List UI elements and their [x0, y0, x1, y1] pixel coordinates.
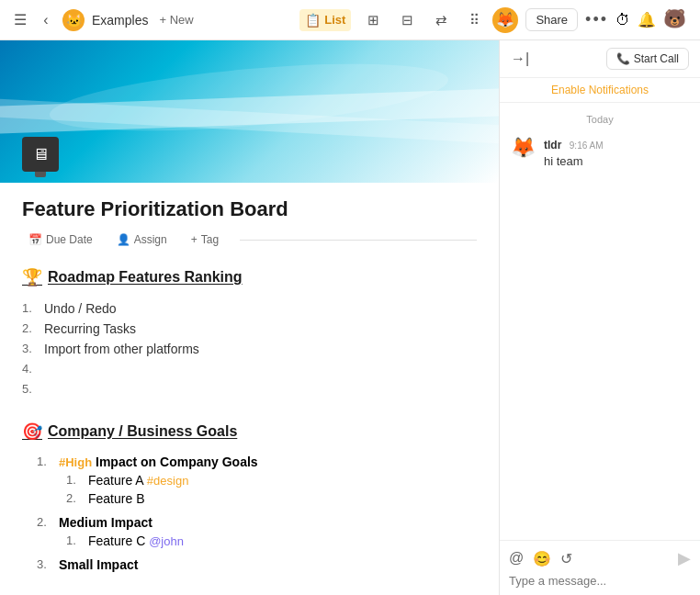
list-view-button[interactable]: 📋 List: [299, 9, 351, 31]
calendar-icon: 📅: [28, 233, 42, 246]
app-avatar: 🐱: [62, 9, 85, 31]
chat-body: Today 🦊 tldr 9:16 AM hi team: [500, 103, 700, 540]
business-goals-section: 🎯 Company / Business Goals 1. #High Impa…: [22, 421, 477, 574]
hierarchy-view-button[interactable]: ⠿: [464, 8, 485, 32]
user-avatar-1[interactable]: 🦊: [492, 7, 518, 33]
high-impact-item: 1. #High Impact on Company Goals: [22, 453, 477, 471]
share-view-button[interactable]: ⇄: [430, 8, 453, 32]
trophy-icon: 🏆: [22, 267, 42, 287]
business-goals-title: 🎯 Company / Business Goals: [22, 421, 477, 442]
plus-icon: +: [191, 233, 198, 246]
hamburger-menu-icon[interactable]: ☰: [11, 11, 29, 29]
breadcrumb-text: Examples: [92, 13, 148, 28]
phone-icon: 📞: [616, 52, 630, 65]
chat-footer: @ 😊 ↺ ▶: [500, 540, 700, 595]
new-button[interactable]: + New: [159, 13, 193, 27]
list-icon: 📋: [305, 13, 321, 28]
chat-message-content: tldr 9:16 AM hi team: [544, 136, 689, 168]
list-item: 1. Feature C @john: [51, 532, 477, 550]
high-impact-section: 1. #High Impact on Company Goals 1. Feat…: [22, 453, 477, 508]
at-mention-icon[interactable]: @: [509, 550, 524, 567]
send-icon[interactable]: ▶: [678, 548, 691, 568]
meta-divider: [240, 240, 477, 241]
bell-icon[interactable]: 🔔: [638, 11, 656, 28]
gif-icon[interactable]: ↺: [560, 550, 572, 567]
chat-date: Today: [511, 114, 689, 125]
document-title: Feature Prioritization Board: [22, 197, 477, 221]
chat-input[interactable]: [509, 574, 691, 588]
medium-impact-item: 2. Medium Impact: [22, 513, 477, 532]
chat-panel: →| 📞 Start Call Enable Notifications Tod…: [500, 40, 700, 595]
user-avatar-2[interactable]: 🐻: [663, 7, 689, 33]
medium-impact-section: 2. Medium Impact 1. Feature C @john: [22, 513, 477, 550]
target-icon: 🎯: [22, 421, 42, 442]
assign-field[interactable]: 👤 Assign: [110, 230, 174, 249]
grid-view-button-2[interactable]: ⊟: [396, 8, 419, 32]
due-date-field[interactable]: 📅 Due Date: [22, 230, 99, 249]
list-item: 1. Undo / Redo: [22, 298, 477, 319]
roadmap-section: 🏆 Roadmap Features Ranking 1. Undo / Red…: [22, 267, 477, 399]
roadmap-list: 1. Undo / Redo 2. Recurring Tasks 3. Imp…: [22, 298, 477, 399]
view-switcher: 📋 List ⊞ ⊟ ⇄ ⠿: [299, 8, 485, 32]
chat-message: 🦊 tldr 9:16 AM hi team: [511, 136, 689, 168]
list-item: 4.: [22, 359, 477, 379]
list-item: 1. Feature A #design: [51, 471, 477, 489]
hierarchy-icon: ⠿: [469, 12, 480, 28]
medium-impact-sub-list: 1. Feature C @john: [22, 532, 477, 550]
chat-header: →| 📞 Start Call: [500, 40, 700, 78]
monitor-icon: 🖥: [22, 137, 59, 172]
list-item: 2. Feature B: [51, 489, 477, 508]
person-icon: 👤: [117, 233, 130, 246]
more-menu-button[interactable]: •••: [585, 10, 608, 29]
collapse-chat-button[interactable]: →|: [511, 51, 529, 67]
grid1-icon: ⊞: [367, 12, 379, 28]
timer-icon[interactable]: ⏱: [615, 12, 630, 28]
grid2-icon: ⊟: [401, 12, 413, 28]
share-button[interactable]: Share: [525, 8, 578, 31]
list-item: 5.: [22, 379, 477, 399]
document-panel: 🖥 Feature Prioritization Board 📅 Due Dat…: [0, 40, 500, 595]
small-impact-item: 3. Small Impact: [22, 556, 477, 574]
list-item: 3. Import from other platforms: [22, 339, 477, 359]
small-impact-section: 3. Small Impact: [22, 556, 477, 574]
back-icon[interactable]: ‹: [37, 11, 55, 29]
share-view-icon: ⇄: [435, 12, 447, 28]
document-area: Feature Prioritization Board 📅 Due Date …: [0, 183, 499, 595]
tag-field[interactable]: + Tag: [185, 230, 225, 249]
hero-image: 🖥: [0, 40, 499, 183]
top-nav: ☰ ‹ 🐱 Examples + New 📋 List ⊞ ⊟ ⇄ ⠿ 🦊 Sh…: [0, 0, 700, 40]
chat-action-icons: @ 😊 ↺ ▶: [509, 548, 691, 568]
main-layout: 🖥 Feature Prioritization Board 📅 Due Dat…: [0, 40, 700, 595]
enable-notifications-button[interactable]: Enable Notifications: [500, 78, 700, 103]
nav-right: 🦊 Share ••• ⏱ 🔔 🐻: [492, 7, 689, 33]
breadcrumb: Examples: [92, 13, 148, 28]
chat-avatar: 🦊: [511, 136, 536, 162]
list-item: 2. Recurring Tasks: [22, 319, 477, 339]
high-impact-sub-list: 1. Feature A #design 2. Feature B: [22, 471, 477, 508]
start-call-button[interactable]: 📞 Start Call: [606, 48, 689, 70]
emoji-picker-icon[interactable]: 😊: [533, 550, 551, 567]
chat-input-row: [509, 574, 691, 588]
document-meta: 📅 Due Date 👤 Assign + Tag: [22, 230, 477, 249]
grid-view-button-1[interactable]: ⊞: [362, 8, 385, 32]
roadmap-section-title: 🏆 Roadmap Features Ranking: [22, 267, 477, 287]
